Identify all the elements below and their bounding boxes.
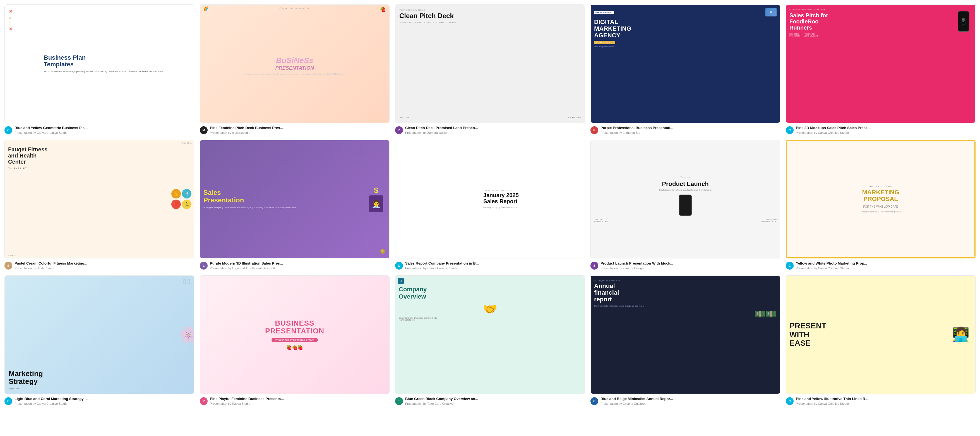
avatar: T [395, 397, 403, 405]
card-title: Light Blue and Coral Marketing Strategy … [14, 397, 194, 401]
card-2[interactable]: Grouat International Co. BuSiNeSs PRESEN… [200, 5, 390, 134]
card-7[interactable]: SalesPresentation Write your company nam… [200, 140, 390, 270]
thumb-strength: Strength and Growth [594, 279, 620, 282]
template-grid: ✕ ○ ◇ ✕ Business Plan Templates Set up f… [5, 5, 975, 405]
card-author: Presentation by Canva Creative Studio [14, 131, 194, 134]
card-title: Blue and Beige Minimalist Annual Repor..… [600, 397, 780, 401]
thumb-heading: SalesPresentation [204, 189, 364, 204]
thumb-presented: Presented by Mark Hall, Marketing Head [861, 211, 901, 213]
card-9[interactable]: Your Logo Product Launch Brief descripti… [590, 140, 780, 270]
card-15[interactable]: PRESENTWITHEASE 👩‍💻 C Pink and Yellow Il… [786, 276, 975, 405]
thumb-body: Set up for success with strategic planni… [44, 70, 164, 73]
card-author: Presentation by Canva Creative Studio [796, 131, 975, 134]
avatar: M [200, 126, 208, 134]
avatar: Z [395, 126, 403, 134]
card-5[interactable]: Food Tastes Best When It's On Time Sales… [786, 5, 975, 134]
thumb-heading: Business Plan [44, 54, 164, 61]
thumb-brand: ODDBALL LABS [869, 185, 892, 188]
avatar: C [786, 126, 794, 134]
thumb-body: Write your company name above and an int… [204, 206, 364, 209]
card-14[interactable]: Strength and Growth Annualfinancialrepor… [590, 276, 780, 405]
thumb-heading: Annualfinancialreport [594, 283, 619, 303]
thumb-company: JEFFRIES AND MADISON [483, 190, 582, 192]
card-13[interactable]: ⊡ CompanyOverview 🤝 December 2021 · Pres… [395, 276, 585, 405]
card-8[interactable]: ▶ JEFFRIES AND MADISON January 2025Sales… [395, 140, 585, 270]
card-author: Presentation by Rayya Studio [210, 402, 390, 405]
thumb-date: Date of thePresentation [789, 33, 800, 37]
thumb-date: 20 AUGUST 2023 [594, 41, 615, 44]
thumb-icon: ⊡ [398, 278, 404, 284]
thumb-heading: Product Launch [662, 181, 708, 187]
card-title: Pink Feminine Pitch Deck Business Pres..… [210, 126, 390, 130]
thumb-toptag: Food Tastes Best When It's On Time [789, 8, 953, 11]
thumb-logo: Your Logo [680, 176, 690, 178]
card-10[interactable]: ODDBALL LABS MARKETINGPROPOSAL FOR THE W… [786, 140, 975, 270]
card-title: Yellow and White Photo Marketing Prop... [796, 261, 975, 266]
card-title: Purple Modern 3D Illustration Sales Pres… [210, 261, 390, 266]
avatar: E [590, 126, 598, 134]
thumb-desc: You can write a summary of what industry… [245, 73, 344, 75]
card-6[interactable]: PAGE 01/11 Fauget Fitnessand HealthCente… [5, 140, 194, 270]
thumb-for: FOR THE WINSLOW CAFÉ [863, 205, 898, 208]
thumb-heading: BuSiNeSs [276, 57, 313, 64]
avatar: S [5, 262, 12, 270]
card-author: Presentation by Take Care Creative [405, 402, 585, 405]
thumb-sub: Our financial performance and prospects … [594, 304, 644, 308]
card-author: Presentation by Studio Saera [14, 266, 194, 270]
card-author: Presentation by Logo and Art / Vibrant D… [210, 266, 390, 270]
card-author: Presentation by Canva Creative Studio [796, 266, 975, 270]
thumb-heading2: Templates [44, 61, 164, 68]
avatar: C [5, 126, 12, 134]
card-title: Purple Professional Business Presentati.… [600, 126, 780, 130]
card-author: Presentation by Canva Creative Studio [14, 402, 194, 405]
card-1[interactable]: ✕ ○ ◇ ✕ Business Plan Templates Set up f… [5, 5, 194, 134]
thumb-presenter: Presented byDaniel Loveland [803, 33, 818, 37]
thumb-heading: January 2025Sales Report [483, 192, 582, 205]
avatar: L [200, 262, 208, 270]
avatar: C [786, 262, 794, 270]
thumb-banner: PRESENTED BY BORCELLE GROUP [272, 338, 318, 342]
card-author: Presentation by Zamora Design [600, 266, 780, 270]
card-author: Presentation by Canva Creative Studio [405, 266, 585, 270]
card-title: Product Launch Presentation With Mock... [600, 261, 780, 266]
thumb-heading: CompanyOverview [399, 286, 426, 301]
card-title: Blue Green Black Company Overview an... [405, 397, 585, 401]
card-3[interactable]: Your Company Name Clean Pitch Deck SIMPL… [395, 5, 585, 134]
card-title: Clean Pitch Deck Promised Land Presen... [405, 126, 585, 130]
thumb-heading: Sales Pitch forFoodieRooRunners [789, 12, 953, 31]
card-author: Presentation by Cristina Culubret [600, 402, 780, 405]
card-11[interactable]: 01 MarketingStrategy Page /Year 🌸 C Ligh… [5, 276, 194, 405]
card-title: Pink 3D Mockups Sales Pitch Sales Prese.… [796, 126, 975, 130]
thumb-sub: Monthly recap by Cassandra Lopez [483, 206, 582, 209]
thumb-heading: MARKETINGPROPOSAL [862, 189, 899, 202]
thumb-heading: DIGITALMARKETINGAGENCY [594, 19, 631, 39]
card-title: Sales Report Company Presentation in B..… [405, 261, 585, 266]
thumb-heading: Fauget Fitnessand HealthCenter [8, 146, 191, 165]
avatar: C [5, 397, 12, 405]
card-title: Blue and Yellow Geometric Business Pla..… [14, 126, 194, 130]
thumb-heading: BUSINESSPRESENTATION [265, 319, 324, 335]
thumb-web: www.reallygreatsite.com [594, 46, 615, 48]
thumb-logo: INGOUDE DIGITAL [594, 11, 614, 14]
thumb-heading: Clean Pitch Deck [399, 12, 454, 19]
card-author: Presentation by Canva Creative Studio [796, 402, 975, 405]
card-12[interactable]: BUSINESSPRESENTATION PRESENTED BY BORCEL… [200, 276, 390, 405]
thumb-pagenum: 01 [183, 277, 191, 286]
card-title: Pink and Yellow Illustrative Thin Lined … [796, 397, 975, 401]
card-author: Presentation by meliorastudio [210, 131, 390, 134]
thumb-tagline: Turn Fat into FIT! [8, 167, 191, 170]
card-4[interactable]: INGOUDE DIGITAL 📊 DIGITALMARKETINGAGENCY… [590, 5, 780, 134]
avatar: C [786, 397, 794, 405]
thumb-heading: PRESENTWITHEASE [789, 322, 947, 347]
thumb-sub: PRESENTATION [275, 65, 314, 71]
thumb-heading: MarketingStrategy [9, 369, 43, 385]
card-author: Presentation by Zamora Design [405, 131, 585, 134]
thumb-desc: Brief description of your product follow… [659, 189, 711, 192]
avatar: R [200, 397, 208, 405]
avatar: Z [590, 262, 598, 270]
thumb-top: Grouat International Co. [279, 7, 310, 10]
thumb-page: PAGE 01/11 [181, 142, 192, 144]
card-author: Presentation by Eighteen Std [600, 131, 780, 134]
card-title: Pink Playful Feminine Business Presenta.… [210, 397, 390, 401]
avatar: C [590, 397, 598, 405]
